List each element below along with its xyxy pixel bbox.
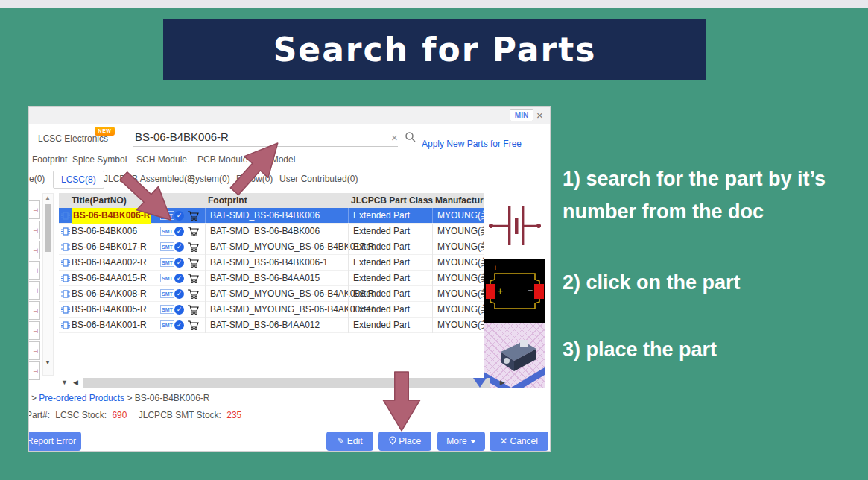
symbol-preview-thumb[interactable]: ⊣	[28, 361, 40, 380]
table-row[interactable]: BS-06-B4AK001-R SMT ✓ BAT-SMD_BS-06-B4AA…	[59, 318, 484, 333]
location-pin-icon	[389, 436, 396, 445]
scroll-left-icon[interactable]: ◀	[73, 379, 78, 386]
cart-icon[interactable]	[187, 320, 199, 331]
vertical-scrollbar[interactable]: ▲ ▼	[42, 193, 54, 376]
scroll-down-icon[interactable]: ▼	[45, 359, 51, 366]
horizontal-scrollbar[interactable]: ▼ ◀ ▶	[59, 377, 484, 388]
table-row[interactable]: BS-06-B4BK006-R SMT ✓ BAT-SMD_BS-06-B4BK…	[59, 208, 484, 224]
part-number[interactable]: BS-06-B4AK008-R	[72, 286, 147, 302]
cart-icon[interactable]	[187, 273, 199, 284]
more-button[interactable]: More	[437, 432, 485, 451]
symbol-preview-thumb[interactable]: ⊣	[28, 341, 40, 360]
smt-stock-value: 235	[226, 410, 241, 420]
part-class: Extended Part	[348, 286, 410, 302]
symbol-preview-thumb[interactable]: ⊣	[28, 281, 40, 300]
tab-3d-model[interactable]: 3D Model	[257, 154, 295, 165]
component-icon	[61, 258, 70, 268]
cart-icon[interactable]	[187, 241, 199, 253]
cart-icon[interactable]	[187, 226, 199, 237]
subtab-clipped[interactable]: e(0)	[29, 174, 45, 184]
subtab-user-contributed[interactable]: User Contributed(0)	[279, 174, 358, 184]
breadcrumb-link[interactable]: Pre-ordered Products	[39, 393, 124, 403]
part-number[interactable]: BS-06-B4BK017-R	[72, 239, 147, 255]
table-row[interactable]: BS-06-B4BK017-R SMT ✓ BAT-SMD_MYOUNG_BS-…	[59, 239, 484, 255]
lcsc-stock-value: 690	[112, 410, 127, 420]
manufacturer-name: MYOUNG(美阳	[432, 208, 484, 224]
column-header-part-class[interactable]: JLCPCB Part Class	[351, 193, 433, 208]
smt-badge: SMT	[160, 227, 174, 236]
3d-part-image	[484, 323, 545, 388]
verified-check-icon: ✓	[174, 320, 184, 330]
column-header-title[interactable]: Title(PartNO)	[72, 193, 127, 208]
search-input[interactable]	[133, 127, 398, 147]
component-icon	[61, 289, 70, 299]
part-number[interactable]: BS-06-B4BK006	[72, 224, 137, 239]
cart-icon[interactable]	[187, 210, 199, 221]
chevron-down-icon	[470, 440, 476, 443]
3d-model-preview	[484, 323, 545, 388]
close-icon[interactable]: ×	[536, 108, 543, 123]
symbol-preview-thumb[interactable]: ⊣	[28, 221, 40, 239]
subtab-jlcpcb-assembled[interactable]: JLCPCB Assembled(8)	[104, 174, 195, 184]
subtab-lcsc[interactable]: LCSC(8)	[53, 171, 104, 189]
scroll-right-icon[interactable]: ▶	[500, 379, 505, 386]
battery-symbol-image	[484, 193, 545, 259]
tab-pcb-module[interactable]: PCB Module	[197, 154, 247, 165]
tab-footprint[interactable]: Footprint	[32, 154, 67, 165]
part-number[interactable]: BS-06-B4AA015-R	[72, 271, 147, 286]
place-button[interactable]: Place	[378, 432, 431, 451]
smt-badge: SMT	[160, 289, 174, 298]
search-icon[interactable]	[405, 131, 416, 143]
clear-search-icon[interactable]: ×	[391, 131, 398, 144]
minimize-button[interactable]: MIN	[510, 109, 533, 121]
vertical-scroll-thumb[interactable]	[45, 204, 51, 252]
edit-button[interactable]: ✎ Edit	[326, 432, 373, 451]
table-row[interactable]: BS-06-B4AA015-R SMT ✓ BAT-SMD_BS-06-B4AA…	[59, 271, 484, 286]
table-row[interactable]: BS-06-B4BK006 SMT ✓ BAT-SMD_BS-06-B4BK00…	[59, 224, 484, 239]
blue-wedge-icon	[473, 378, 487, 388]
horizontal-scroll-track[interactable]	[83, 378, 490, 388]
cart-icon[interactable]	[187, 288, 199, 300]
table-row[interactable]: BS-06-B4AK005-R SMT ✓ BAT-SMD_MYOUNG_BS-…	[59, 302, 484, 318]
instruction-step-3: 3) place the part	[563, 333, 855, 366]
cancel-button[interactable]: ✕ Cancel	[490, 432, 548, 451]
part-number[interactable]: BS-06-B4AA002-R	[72, 255, 147, 271]
part-number[interactable]: BS-06-B4BK006-R	[72, 208, 151, 224]
verified-check-icon: ✓	[174, 289, 184, 299]
breadcrumb-separator: >	[127, 393, 132, 403]
left-panel-scroll-down-icon[interactable]: ▼	[61, 379, 68, 386]
scroll-up-icon[interactable]: ▲	[45, 195, 51, 201]
instruction-step-1: 1) search for the part by it’s number fr…	[563, 162, 855, 228]
tab-spice-symbol[interactable]: Spice Symbol	[72, 154, 127, 165]
report-error-button[interactable]: Report Error	[28, 432, 81, 451]
symbol-preview-thumb[interactable]: ⊣	[28, 200, 40, 219]
manufacturer-name: MYOUNG(美阳	[432, 224, 484, 239]
subtab-follow[interactable]: Follow(0)	[236, 174, 273, 184]
symbol-preview-thumb[interactable]: ⊣	[28, 241, 40, 259]
part-class: Extended Part	[348, 224, 410, 239]
x-icon: ✕	[500, 436, 507, 446]
footprint-name: BAT-SMD_BS-06-B4AA015	[205, 271, 320, 286]
column-header-footprint[interactable]: Footprint	[208, 193, 247, 208]
manufacturer-name: MYOUNG(美阳	[432, 239, 484, 255]
page-title: Search for Parts	[273, 31, 597, 69]
apply-new-parts-link[interactable]: Apply New Parts for Free	[422, 139, 522, 149]
part-class: Extended Part	[348, 208, 410, 224]
lcsc-stock-label: LCSC Stock:	[55, 410, 107, 420]
table-row[interactable]: BS-06-B4AA002-R SMT ✓ BAT-SMD_BS-06-B4BK…	[59, 255, 484, 271]
stock-info: Part#: LCSC Stock: 690 JLCPCB SMT Stock:…	[28, 410, 244, 420]
table-row[interactable]: BS-06-B4AK008-R SMT ✓ BAT-SMD_MYOUNG_BS-…	[59, 286, 484, 302]
part-number[interactable]: BS-06-B4AK001-R	[72, 318, 147, 333]
table-header: Title(PartNO) Footprint JLCPCB Part Clas…	[59, 193, 484, 208]
footprint-name: BAT-SMD_BS-06-B4BK006-1	[205, 255, 328, 271]
breadcrumb: > Pre-ordered Products > BS-06-B4BK006-R	[31, 393, 210, 403]
tab-sch-module[interactable]: SCH Module	[136, 154, 187, 165]
symbol-preview-thumb[interactable]: ⊣	[28, 261, 40, 280]
subtab-system[interactable]: System(0)	[189, 174, 230, 184]
verified-check-icon: ✓	[174, 274, 184, 283]
symbol-preview-thumb[interactable]: ⊣	[28, 301, 40, 320]
symbol-preview-thumb[interactable]: ⊣	[28, 321, 40, 340]
cart-icon[interactable]	[187, 257, 199, 268]
cart-icon[interactable]	[187, 304, 199, 315]
part-number[interactable]: BS-06-B4AK005-R	[72, 302, 147, 318]
